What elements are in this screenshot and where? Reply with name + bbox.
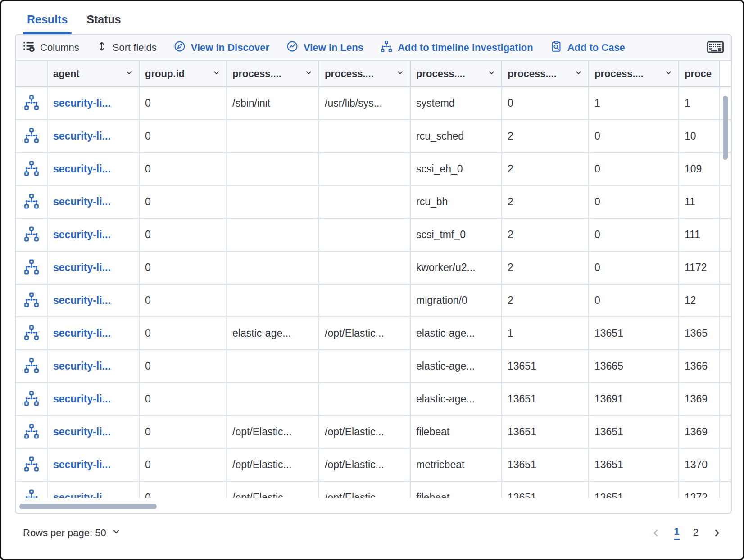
analyze-event-button[interactable]	[24, 128, 39, 145]
analyze-event-button[interactable]	[24, 456, 39, 473]
cell-process-5: 13691	[589, 383, 679, 415]
view-in-discover-button[interactable]: View in Discover	[174, 41, 269, 55]
cell-group-id: 0	[140, 285, 227, 316]
agent-link[interactable]: security-li...	[53, 492, 111, 498]
rows-per-page-select[interactable]: Rows per page: 50	[23, 527, 121, 539]
cell-process-1: /opt/Elastic...	[227, 416, 319, 448]
analyze-event-button[interactable]	[24, 95, 39, 112]
cell-process-4: 1	[502, 317, 589, 349]
cell-process-6: 1372	[679, 482, 720, 498]
tab-status[interactable]: Status	[86, 13, 121, 34]
cell-row-actions	[16, 285, 48, 316]
add-to-case-button[interactable]: Add to Case	[550, 41, 625, 55]
table-row: security-li... 0 rcu_bh 2 0 11	[16, 186, 731, 219]
agent-link[interactable]: security-li...	[53, 360, 111, 372]
header-process-5-label: process....	[594, 68, 644, 80]
cell-process-6: 10	[679, 120, 720, 152]
header-group-id[interactable]: group.id	[140, 61, 227, 86]
agent-link[interactable]: security-li...	[53, 196, 111, 208]
table-header: agent group.id process.... process.... p…	[16, 61, 731, 87]
header-process-3[interactable]: process....	[411, 61, 502, 86]
table-row: security-li... 0 rcu_sched 2 0 10	[16, 120, 731, 153]
agent-link[interactable]: security-li...	[53, 459, 111, 471]
header-process-2[interactable]: process....	[319, 61, 411, 86]
cell-row-actions	[16, 350, 48, 382]
keyboard-shortcuts-button[interactable]	[707, 41, 724, 55]
view-in-lens-button[interactable]: View in Lens	[286, 41, 363, 55]
table-row: security-li... 0 /opt/Elastic... /opt/El…	[16, 449, 731, 482]
sort-fields-button[interactable]: Sort fields	[96, 41, 157, 54]
agent-link[interactable]: security-li...	[53, 393, 111, 405]
tab-results[interactable]: Results	[27, 13, 68, 34]
columns-icon	[23, 41, 35, 55]
header-agent-label: agent	[53, 68, 80, 80]
cell-process-1: /opt/Elastic...	[227, 482, 319, 498]
cell-process-4: 2	[502, 120, 589, 152]
agent-link[interactable]: security-li...	[53, 130, 111, 142]
page-1-button[interactable]: 1	[674, 526, 680, 540]
cell-process-2: /opt/Elastic...	[319, 482, 411, 498]
cell-process-2: /opt/Elastic...	[319, 416, 411, 448]
analyze-event-button[interactable]	[24, 161, 39, 177]
header-agent[interactable]: agent	[48, 61, 140, 86]
cell-process-6: 1370	[679, 449, 720, 481]
analyze-event-button[interactable]	[24, 226, 39, 243]
analyze-event-icon	[24, 95, 39, 112]
agent-link[interactable]: security-li...	[53, 229, 111, 241]
cell-group-id: 0	[140, 252, 227, 284]
agent-link[interactable]: security-li...	[53, 327, 111, 339]
cell-agent: security-li...	[48, 383, 140, 415]
chevron-down-icon	[664, 68, 673, 80]
page-2-button[interactable]: 2	[693, 527, 699, 540]
next-page-icon[interactable]	[712, 528, 722, 538]
analyze-event-button[interactable]	[24, 325, 39, 342]
lens-chart-icon	[286, 41, 298, 55]
columns-button[interactable]: Columns	[23, 41, 79, 55]
cell-group-id: 0	[140, 449, 227, 481]
cell-process-3: metricbeat	[411, 449, 502, 481]
header-process-1[interactable]: process....	[227, 61, 319, 86]
tab-results-label: Results	[27, 13, 68, 26]
cell-process-4: 2	[502, 186, 589, 218]
agent-link[interactable]: security-li...	[53, 262, 111, 274]
cell-process-3: elastic-age...	[411, 317, 502, 349]
analyze-event-button[interactable]	[24, 259, 39, 276]
header-process-5[interactable]: process....	[589, 61, 679, 86]
header-process-6-clipped[interactable]: proce	[679, 61, 720, 86]
analyze-event-button[interactable]	[24, 194, 39, 210]
add-to-timeline-label: Add to timeline investigation	[398, 42, 533, 54]
agent-link[interactable]: security-li...	[53, 163, 111, 175]
header-process-4[interactable]: process....	[502, 61, 589, 86]
cell-process-5: 0	[589, 153, 679, 185]
cell-process-6: 1369	[679, 416, 720, 448]
table-row: security-li... 0 kworker/u2... 2 0 1172	[16, 252, 731, 285]
analyze-event-icon	[24, 226, 39, 243]
tab-status-label: Status	[86, 13, 121, 26]
cell-process-1	[227, 252, 319, 284]
agent-link[interactable]: security-li...	[53, 97, 111, 109]
analyze-event-button[interactable]	[24, 391, 39, 407]
cell-process-6: 11	[679, 186, 720, 218]
cell-process-1	[227, 186, 319, 218]
agent-link[interactable]: security-li...	[53, 294, 111, 307]
agent-link[interactable]: security-li...	[53, 426, 111, 438]
cell-process-5: 0	[589, 285, 679, 316]
table-row: security-li... 0 elastic-age... /opt/Ela…	[16, 317, 731, 350]
cell-agent: security-li...	[48, 87, 140, 119]
vertical-scrollbar[interactable]	[723, 96, 728, 160]
add-to-timeline-button[interactable]: Add to timeline investigation	[381, 41, 533, 55]
horizontal-scrollbar[interactable]	[19, 504, 157, 509]
cell-group-id: 0	[140, 219, 227, 251]
cell-process-6: 1172	[679, 252, 720, 284]
cell-process-1: /opt/Elastic...	[227, 449, 319, 481]
cell-group-id: 0	[140, 383, 227, 415]
analyze-event-icon	[24, 325, 39, 342]
analyze-event-button[interactable]	[24, 489, 39, 498]
analyze-event-button[interactable]	[24, 292, 39, 309]
cell-group-id: 0	[140, 350, 227, 382]
analyze-event-button[interactable]	[24, 424, 39, 440]
previous-page-icon[interactable]	[651, 528, 661, 538]
cell-process-2	[319, 120, 411, 152]
analyze-event-button[interactable]	[24, 358, 39, 375]
cell-process-3: elastic-age...	[411, 383, 502, 415]
